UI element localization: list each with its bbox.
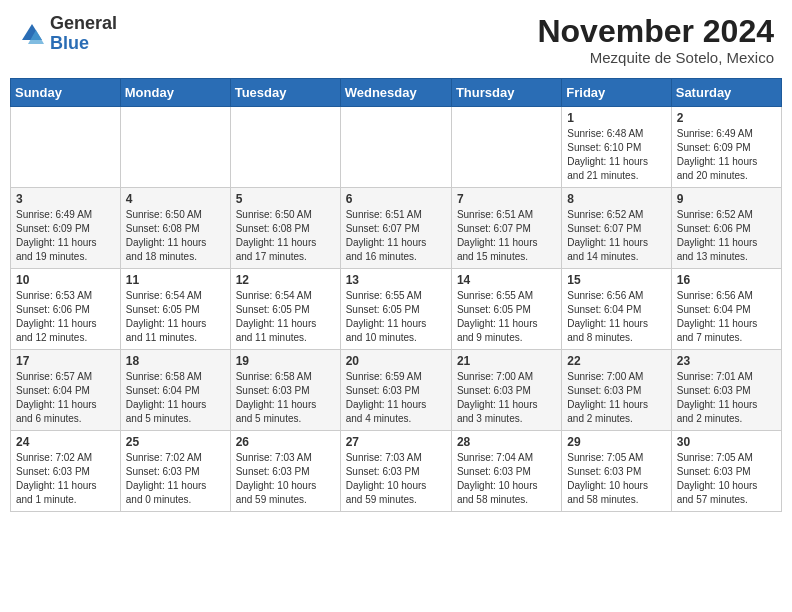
day-number: 20	[346, 354, 446, 368]
day-info: Sunrise: 7:02 AM Sunset: 6:03 PM Dayligh…	[16, 451, 115, 507]
day-number: 8	[567, 192, 665, 206]
calendar-cell: 9Sunrise: 6:52 AM Sunset: 6:06 PM Daylig…	[671, 188, 781, 269]
day-info: Sunrise: 6:48 AM Sunset: 6:10 PM Dayligh…	[567, 127, 665, 183]
day-info: Sunrise: 6:59 AM Sunset: 6:03 PM Dayligh…	[346, 370, 446, 426]
calendar-cell: 20Sunrise: 6:59 AM Sunset: 6:03 PM Dayli…	[340, 350, 451, 431]
calendar-day-header: Friday	[562, 79, 671, 107]
calendar-cell: 16Sunrise: 6:56 AM Sunset: 6:04 PM Dayli…	[671, 269, 781, 350]
calendar-cell	[451, 107, 561, 188]
day-info: Sunrise: 6:58 AM Sunset: 6:04 PM Dayligh…	[126, 370, 225, 426]
calendar-cell: 11Sunrise: 6:54 AM Sunset: 6:05 PM Dayli…	[120, 269, 230, 350]
calendar-cell: 24Sunrise: 7:02 AM Sunset: 6:03 PM Dayli…	[11, 431, 121, 512]
day-info: Sunrise: 6:55 AM Sunset: 6:05 PM Dayligh…	[346, 289, 446, 345]
calendar-week-row: 17Sunrise: 6:57 AM Sunset: 6:04 PM Dayli…	[11, 350, 782, 431]
calendar-cell: 10Sunrise: 6:53 AM Sunset: 6:06 PM Dayli…	[11, 269, 121, 350]
day-number: 28	[457, 435, 556, 449]
calendar-cell: 13Sunrise: 6:55 AM Sunset: 6:05 PM Dayli…	[340, 269, 451, 350]
logo-general-text: General	[50, 14, 117, 34]
day-number: 3	[16, 192, 115, 206]
day-number: 4	[126, 192, 225, 206]
day-number: 29	[567, 435, 665, 449]
day-info: Sunrise: 7:01 AM Sunset: 6:03 PM Dayligh…	[677, 370, 776, 426]
calendar-cell: 2Sunrise: 6:49 AM Sunset: 6:09 PM Daylig…	[671, 107, 781, 188]
calendar-cell: 6Sunrise: 6:51 AM Sunset: 6:07 PM Daylig…	[340, 188, 451, 269]
calendar-cell	[230, 107, 340, 188]
day-info: Sunrise: 6:54 AM Sunset: 6:05 PM Dayligh…	[126, 289, 225, 345]
day-info: Sunrise: 7:00 AM Sunset: 6:03 PM Dayligh…	[457, 370, 556, 426]
calendar-day-header: Monday	[120, 79, 230, 107]
calendar-cell: 23Sunrise: 7:01 AM Sunset: 6:03 PM Dayli…	[671, 350, 781, 431]
calendar-week-row: 3Sunrise: 6:49 AM Sunset: 6:09 PM Daylig…	[11, 188, 782, 269]
calendar-cell: 28Sunrise: 7:04 AM Sunset: 6:03 PM Dayli…	[451, 431, 561, 512]
calendar-cell: 21Sunrise: 7:00 AM Sunset: 6:03 PM Dayli…	[451, 350, 561, 431]
logo: General Blue	[18, 14, 117, 54]
month-title: November 2024	[537, 14, 774, 49]
calendar-cell	[340, 107, 451, 188]
calendar-cell: 18Sunrise: 6:58 AM Sunset: 6:04 PM Dayli…	[120, 350, 230, 431]
day-number: 16	[677, 273, 776, 287]
calendar-cell: 14Sunrise: 6:55 AM Sunset: 6:05 PM Dayli…	[451, 269, 561, 350]
calendar-cell: 26Sunrise: 7:03 AM Sunset: 6:03 PM Dayli…	[230, 431, 340, 512]
day-info: Sunrise: 6:52 AM Sunset: 6:06 PM Dayligh…	[677, 208, 776, 264]
day-info: Sunrise: 7:05 AM Sunset: 6:03 PM Dayligh…	[567, 451, 665, 507]
calendar-day-header: Sunday	[11, 79, 121, 107]
day-number: 12	[236, 273, 335, 287]
calendar-cell: 12Sunrise: 6:54 AM Sunset: 6:05 PM Dayli…	[230, 269, 340, 350]
calendar-header: SundayMondayTuesdayWednesdayThursdayFrid…	[11, 79, 782, 107]
day-number: 30	[677, 435, 776, 449]
title-block: November 2024 Mezquite de Sotelo, Mexico	[537, 14, 774, 66]
day-info: Sunrise: 6:58 AM Sunset: 6:03 PM Dayligh…	[236, 370, 335, 426]
day-number: 9	[677, 192, 776, 206]
calendar-cell: 17Sunrise: 6:57 AM Sunset: 6:04 PM Dayli…	[11, 350, 121, 431]
day-info: Sunrise: 7:05 AM Sunset: 6:03 PM Dayligh…	[677, 451, 776, 507]
day-info: Sunrise: 6:49 AM Sunset: 6:09 PM Dayligh…	[16, 208, 115, 264]
calendar-week-row: 1Sunrise: 6:48 AM Sunset: 6:10 PM Daylig…	[11, 107, 782, 188]
day-number: 27	[346, 435, 446, 449]
calendar-week-row: 10Sunrise: 6:53 AM Sunset: 6:06 PM Dayli…	[11, 269, 782, 350]
day-info: Sunrise: 6:51 AM Sunset: 6:07 PM Dayligh…	[346, 208, 446, 264]
day-number: 25	[126, 435, 225, 449]
day-info: Sunrise: 6:53 AM Sunset: 6:06 PM Dayligh…	[16, 289, 115, 345]
calendar-day-header: Tuesday	[230, 79, 340, 107]
calendar-cell: 7Sunrise: 6:51 AM Sunset: 6:07 PM Daylig…	[451, 188, 561, 269]
day-info: Sunrise: 6:51 AM Sunset: 6:07 PM Dayligh…	[457, 208, 556, 264]
day-info: Sunrise: 6:56 AM Sunset: 6:04 PM Dayligh…	[567, 289, 665, 345]
day-number: 13	[346, 273, 446, 287]
day-info: Sunrise: 6:52 AM Sunset: 6:07 PM Dayligh…	[567, 208, 665, 264]
day-info: Sunrise: 7:04 AM Sunset: 6:03 PM Dayligh…	[457, 451, 556, 507]
day-info: Sunrise: 6:49 AM Sunset: 6:09 PM Dayligh…	[677, 127, 776, 183]
day-number: 15	[567, 273, 665, 287]
calendar-cell: 19Sunrise: 6:58 AM Sunset: 6:03 PM Dayli…	[230, 350, 340, 431]
calendar-cell	[120, 107, 230, 188]
calendar-cell	[11, 107, 121, 188]
calendar-cell: 30Sunrise: 7:05 AM Sunset: 6:03 PM Dayli…	[671, 431, 781, 512]
calendar-cell: 4Sunrise: 6:50 AM Sunset: 6:08 PM Daylig…	[120, 188, 230, 269]
day-number: 7	[457, 192, 556, 206]
day-number: 22	[567, 354, 665, 368]
calendar-table: SundayMondayTuesdayWednesdayThursdayFrid…	[10, 78, 782, 512]
day-number: 19	[236, 354, 335, 368]
calendar-cell: 8Sunrise: 6:52 AM Sunset: 6:07 PM Daylig…	[562, 188, 671, 269]
day-info: Sunrise: 6:50 AM Sunset: 6:08 PM Dayligh…	[236, 208, 335, 264]
logo-text: General Blue	[50, 14, 117, 54]
logo-blue-text: Blue	[50, 34, 117, 54]
day-info: Sunrise: 7:03 AM Sunset: 6:03 PM Dayligh…	[346, 451, 446, 507]
day-info: Sunrise: 6:50 AM Sunset: 6:08 PM Dayligh…	[126, 208, 225, 264]
day-number: 26	[236, 435, 335, 449]
calendar-cell: 3Sunrise: 6:49 AM Sunset: 6:09 PM Daylig…	[11, 188, 121, 269]
day-number: 6	[346, 192, 446, 206]
day-number: 24	[16, 435, 115, 449]
calendar-day-header: Saturday	[671, 79, 781, 107]
day-number: 17	[16, 354, 115, 368]
calendar-cell: 22Sunrise: 7:00 AM Sunset: 6:03 PM Dayli…	[562, 350, 671, 431]
day-number: 5	[236, 192, 335, 206]
day-info: Sunrise: 6:57 AM Sunset: 6:04 PM Dayligh…	[16, 370, 115, 426]
day-number: 18	[126, 354, 225, 368]
calendar-cell: 27Sunrise: 7:03 AM Sunset: 6:03 PM Dayli…	[340, 431, 451, 512]
calendar-day-header: Wednesday	[340, 79, 451, 107]
calendar-cell: 25Sunrise: 7:02 AM Sunset: 6:03 PM Dayli…	[120, 431, 230, 512]
day-number: 10	[16, 273, 115, 287]
calendar-cell: 1Sunrise: 6:48 AM Sunset: 6:10 PM Daylig…	[562, 107, 671, 188]
day-number: 23	[677, 354, 776, 368]
calendar-day-header: Thursday	[451, 79, 561, 107]
